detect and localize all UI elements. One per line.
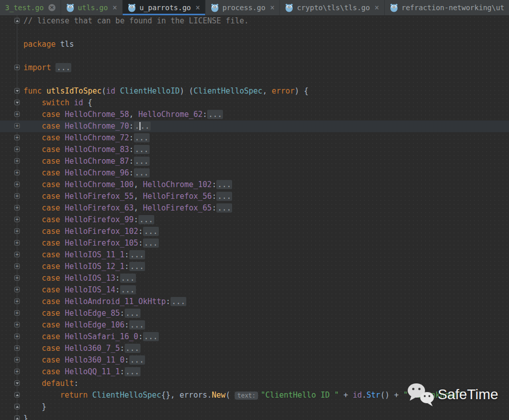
tab-utls.go[interactable]: utls.go× bbox=[61, 0, 123, 15]
folded-code-placeholder[interactable]: ... bbox=[216, 203, 232, 213]
tab-refraction-networking-ut[interactable]: refraction-networking\ut bbox=[385, 0, 509, 15]
fold-expand-icon[interactable]: + bbox=[14, 123, 20, 129]
folded-code-placeholder[interactable]: ... bbox=[207, 110, 223, 119]
close-icon[interactable]: × bbox=[112, 4, 117, 12]
gutter: + bbox=[0, 366, 23, 378]
code-token: , bbox=[263, 86, 272, 96]
code-token: case bbox=[42, 262, 60, 271]
code-token: : bbox=[212, 203, 216, 213]
fold-expand-icon[interactable]: + bbox=[14, 310, 20, 316]
fold-expand-icon[interactable]: + bbox=[14, 263, 20, 269]
folded-code-placeholder[interactable]: ... bbox=[125, 344, 140, 353]
folded-code-placeholder[interactable]: ... bbox=[143, 332, 159, 341]
code-token bbox=[60, 145, 65, 154]
folded-code-placeholder[interactable]: ... bbox=[143, 227, 159, 236]
code-token: case bbox=[42, 133, 60, 142]
code-token: ( bbox=[225, 391, 235, 400]
code-token: HelloIOS_12_1 bbox=[65, 262, 124, 271]
folded-code-placeholder[interactable]: ... bbox=[134, 168, 150, 177]
code-lines: // license that can be found in the LICE… bbox=[0, 15, 509, 420]
tab-crypto-tls-tls.go[interactable]: crypto\tls\tls.go× bbox=[280, 0, 384, 15]
close-icon[interactable]: × bbox=[270, 4, 274, 12]
code-line: +case HelloChrome_72:... bbox=[0, 132, 509, 144]
tab-3_test.go[interactable]: 3_test.go× bbox=[0, 0, 61, 15]
fold-expand-icon[interactable]: + bbox=[14, 205, 20, 211]
fold-collapse-icon[interactable] bbox=[14, 380, 20, 386]
code-line: +case HelloIOS_11_1:... bbox=[0, 249, 509, 261]
code-token: case bbox=[42, 250, 60, 259]
fold-expand-icon[interactable]: + bbox=[14, 298, 20, 304]
code-token: } bbox=[42, 402, 46, 411]
code-token bbox=[60, 320, 65, 329]
fold-expand-icon[interactable]: + bbox=[14, 369, 20, 374]
folded-code-placeholder[interactable]: ... bbox=[134, 122, 151, 131]
fold-expand-icon[interactable]: + bbox=[14, 135, 20, 140]
gutter bbox=[0, 378, 23, 389]
folded-code-placeholder[interactable]: ... bbox=[216, 192, 232, 201]
fold-expand-icon[interactable]: + bbox=[14, 357, 20, 363]
code-token bbox=[60, 332, 65, 341]
gutter: + bbox=[0, 62, 23, 74]
code-token bbox=[42, 86, 46, 96]
code-token: case bbox=[42, 110, 60, 119]
fold-expand-icon[interactable]: + bbox=[14, 345, 20, 351]
code-text: case HelloFirefox_63, HelloFirefox_65:..… bbox=[23, 202, 232, 214]
fold-expand-icon[interactable]: + bbox=[14, 228, 20, 234]
code-line: +case HelloChrome_87:... bbox=[0, 156, 509, 167]
code-text: } bbox=[23, 401, 46, 413]
folded-code-placeholder[interactable]: ... bbox=[138, 215, 154, 224]
close-icon[interactable]: × bbox=[195, 4, 200, 12]
tab-u_parrots.go[interactable]: u_parrots.go× bbox=[123, 0, 206, 15]
tab-label: process.go bbox=[222, 4, 265, 12]
tab-process.go[interactable]: process.go× bbox=[206, 0, 280, 15]
fold-collapse-icon[interactable] bbox=[14, 88, 20, 94]
close-circle-icon[interactable]: × bbox=[48, 4, 55, 11]
fold-collapse-icon[interactable] bbox=[14, 100, 20, 105]
fold-expand-icon[interactable]: + bbox=[14, 146, 20, 152]
folded-code-placeholder[interactable]: ... bbox=[120, 274, 136, 283]
folded-code-placeholder[interactable]: ... bbox=[55, 63, 71, 72]
code-text: case Hello360_7_5:... bbox=[23, 343, 140, 354]
folded-code-placeholder[interactable]: ... bbox=[171, 297, 186, 306]
folded-code-placeholder[interactable]: ... bbox=[125, 309, 140, 318]
folded-code-placeholder[interactable]: ... bbox=[134, 145, 150, 154]
code-token: "ClientHello ID " bbox=[261, 391, 339, 400]
code-editor[interactable]: // license that can be found in the LICE… bbox=[0, 15, 509, 420]
code-line: +case Hello360_7_5:... bbox=[0, 343, 509, 354]
fold-expand-icon[interactable]: + bbox=[14, 170, 20, 175]
fold-collapse-icon[interactable] bbox=[14, 415, 20, 420]
folded-code-placeholder[interactable]: ... bbox=[120, 285, 136, 294]
fold-expand-icon[interactable]: + bbox=[14, 65, 20, 70]
fold-collapse-icon[interactable] bbox=[14, 404, 20, 409]
fold-expand-icon[interactable]: + bbox=[14, 193, 20, 199]
fold-expand-icon[interactable]: + bbox=[14, 182, 20, 187]
fold-expand-icon[interactable]: + bbox=[14, 287, 20, 292]
code-token: HelloFirefox_56 bbox=[143, 192, 212, 201]
fold-expand-icon[interactable]: + bbox=[14, 275, 20, 281]
folded-code-placeholder[interactable]: ... bbox=[129, 320, 145, 329]
folded-code-placeholder[interactable]: ... bbox=[129, 262, 145, 271]
folded-code-placeholder[interactable]: ... bbox=[143, 238, 159, 248]
fold-expand-icon[interactable]: + bbox=[14, 252, 20, 257]
folded-code-placeholder[interactable]: ... bbox=[134, 133, 150, 142]
folded-code-placeholder[interactable]: ... bbox=[216, 180, 232, 189]
folded-code-placeholder[interactable]: ... bbox=[134, 157, 150, 166]
fold-collapse-icon[interactable] bbox=[14, 392, 20, 398]
fold-expand-icon[interactable]: + bbox=[14, 322, 20, 327]
code-token: HelloChrome_72 bbox=[65, 133, 129, 142]
fold-collapse-icon[interactable] bbox=[14, 18, 20, 23]
code-token: () + bbox=[380, 391, 403, 400]
fold-expand-icon[interactable]: + bbox=[14, 240, 20, 246]
fold-expand-icon[interactable]: + bbox=[14, 158, 20, 164]
fold-expand-icon[interactable]: + bbox=[14, 217, 20, 222]
folded-code-placeholder[interactable]: ... bbox=[129, 250, 145, 259]
folded-code-placeholder[interactable]: ... bbox=[129, 355, 145, 365]
gutter bbox=[0, 401, 23, 413]
folded-code-placeholder[interactable]: ... bbox=[125, 367, 140, 376]
gutter: + bbox=[0, 331, 23, 343]
code-line: +case HelloChrome_70:... bbox=[0, 121, 509, 132]
fold-expand-icon[interactable]: + bbox=[14, 111, 20, 117]
fold-expand-icon[interactable]: + bbox=[14, 334, 20, 339]
gutter bbox=[0, 39, 23, 50]
close-icon[interactable]: × bbox=[375, 4, 379, 12]
